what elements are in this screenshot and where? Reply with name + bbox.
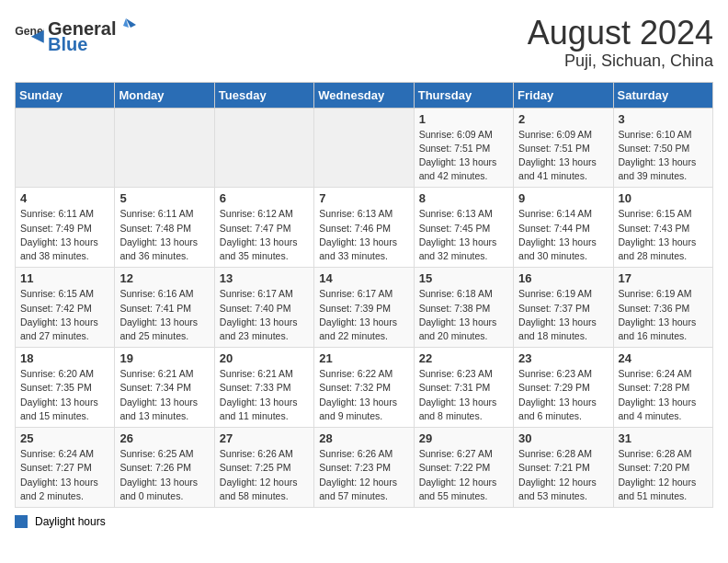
day-number: 7: [319, 191, 408, 205]
calendar-week-row: 11Sunrise: 6:15 AM Sunset: 7:42 PM Dayli…: [16, 268, 713, 348]
day-info: Sunrise: 6:19 AM Sunset: 7:37 PM Dayligh…: [518, 287, 608, 343]
day-info: Sunrise: 6:16 AM Sunset: 7:41 PM Dayligh…: [119, 287, 209, 343]
day-number: 14: [319, 271, 408, 285]
calendar-day-header: Tuesday: [214, 82, 313, 108]
calendar-day-header: Sunday: [16, 82, 115, 108]
day-number: 18: [20, 351, 109, 365]
calendar-day-header: Friday: [514, 82, 613, 108]
day-info: Sunrise: 6:26 AM Sunset: 7:25 PM Dayligh…: [220, 447, 309, 503]
calendar-day-header: Thursday: [414, 82, 513, 108]
day-number: 21: [319, 351, 408, 365]
day-number: 28: [319, 431, 408, 445]
day-info: Sunrise: 6:24 AM Sunset: 7:28 PM Dayligh…: [619, 367, 708, 423]
day-number: 31: [619, 431, 708, 445]
day-info: Sunrise: 6:27 AM Sunset: 7:22 PM Dayligh…: [419, 447, 508, 503]
day-number: 10: [619, 191, 708, 205]
calendar-cell: 25Sunrise: 6:24 AM Sunset: 7:27 PM Dayli…: [16, 428, 115, 508]
calendar-cell: 2Sunrise: 6:09 AM Sunset: 7:51 PM Daylig…: [514, 108, 613, 188]
calendar-cell: 13Sunrise: 6:17 AM Sunset: 7:40 PM Dayli…: [214, 268, 313, 348]
calendar-cell: [16, 108, 115, 188]
calendar-cell: 23Sunrise: 6:23 AM Sunset: 7:29 PM Dayli…: [514, 348, 613, 428]
day-number: 26: [119, 431, 209, 445]
day-number: 2: [518, 112, 608, 126]
calendar-cell: [214, 108, 313, 188]
calendar-cell: 4Sunrise: 6:11 AM Sunset: 7:49 PM Daylig…: [16, 188, 115, 268]
calendar-week-row: 1Sunrise: 6:09 AM Sunset: 7:51 PM Daylig…: [16, 108, 713, 188]
day-number: 12: [119, 271, 209, 285]
calendar-cell: 31Sunrise: 6:28 AM Sunset: 7:20 PM Dayli…: [613, 428, 712, 508]
calendar-cell: 29Sunrise: 6:27 AM Sunset: 7:22 PM Dayli…: [414, 428, 513, 508]
calendar-cell: 9Sunrise: 6:14 AM Sunset: 7:44 PM Daylig…: [514, 188, 613, 268]
day-number: 6: [220, 191, 309, 205]
calendar-header: SundayMondayTuesdayWednesdayThursdayFrid…: [16, 82, 713, 108]
day-info: Sunrise: 6:09 AM Sunset: 7:51 PM Dayligh…: [419, 128, 508, 184]
day-info: Sunrise: 6:11 AM Sunset: 7:49 PM Dayligh…: [20, 207, 109, 263]
page-header: General General Blue August 2024 Puji, S…: [15, 15, 713, 71]
day-info: Sunrise: 6:21 AM Sunset: 7:34 PM Dayligh…: [119, 367, 209, 423]
day-number: 27: [220, 431, 309, 445]
logo-text: General Blue: [48, 15, 136, 55]
day-number: 20: [220, 351, 309, 365]
calendar-cell: 16Sunrise: 6:19 AM Sunset: 7:37 PM Dayli…: [514, 268, 613, 348]
day-info: Sunrise: 6:26 AM Sunset: 7:23 PM Dayligh…: [319, 447, 408, 503]
calendar-week-row: 18Sunrise: 6:20 AM Sunset: 7:35 PM Dayli…: [16, 348, 713, 428]
calendar-body: 1Sunrise: 6:09 AM Sunset: 7:51 PM Daylig…: [16, 108, 713, 507]
legend: Daylight hours: [15, 515, 713, 528]
calendar-cell: 21Sunrise: 6:22 AM Sunset: 7:32 PM Dayli…: [314, 348, 414, 428]
calendar-cell: 6Sunrise: 6:12 AM Sunset: 7:47 PM Daylig…: [214, 188, 313, 268]
day-info: Sunrise: 6:14 AM Sunset: 7:44 PM Dayligh…: [518, 207, 608, 263]
calendar-cell: 15Sunrise: 6:18 AM Sunset: 7:38 PM Dayli…: [414, 268, 513, 348]
day-number: 4: [20, 191, 109, 205]
day-info: Sunrise: 6:17 AM Sunset: 7:40 PM Dayligh…: [220, 287, 309, 343]
day-info: Sunrise: 6:09 AM Sunset: 7:51 PM Dayligh…: [518, 128, 608, 184]
day-info: Sunrise: 6:15 AM Sunset: 7:43 PM Dayligh…: [619, 207, 708, 263]
day-number: 16: [518, 271, 608, 285]
day-info: Sunrise: 6:28 AM Sunset: 7:20 PM Dayligh…: [619, 447, 708, 503]
calendar-cell: 14Sunrise: 6:17 AM Sunset: 7:39 PM Dayli…: [314, 268, 414, 348]
day-number: 23: [518, 351, 608, 365]
logo: General General Blue: [15, 15, 136, 55]
day-number: 19: [119, 351, 209, 365]
calendar-day-header: Saturday: [613, 82, 712, 108]
day-info: Sunrise: 6:11 AM Sunset: 7:48 PM Dayligh…: [119, 207, 209, 263]
day-info: Sunrise: 6:23 AM Sunset: 7:29 PM Dayligh…: [518, 367, 608, 423]
calendar-cell: 22Sunrise: 6:23 AM Sunset: 7:31 PM Dayli…: [414, 348, 513, 428]
calendar-cell: 1Sunrise: 6:09 AM Sunset: 7:51 PM Daylig…: [414, 108, 513, 188]
legend-label: Daylight hours: [35, 515, 106, 528]
calendar-cell: 26Sunrise: 6:25 AM Sunset: 7:26 PM Dayli…: [115, 428, 214, 508]
calendar-cell: 18Sunrise: 6:20 AM Sunset: 7:35 PM Dayli…: [16, 348, 115, 428]
day-number: 13: [220, 271, 309, 285]
day-number: 22: [419, 351, 508, 365]
day-number: 5: [119, 191, 209, 205]
day-number: 24: [619, 351, 708, 365]
day-info: Sunrise: 6:23 AM Sunset: 7:31 PM Dayligh…: [419, 367, 508, 423]
calendar-cell: 20Sunrise: 6:21 AM Sunset: 7:33 PM Dayli…: [214, 348, 313, 428]
day-info: Sunrise: 6:19 AM Sunset: 7:36 PM Dayligh…: [619, 287, 708, 343]
day-info: Sunrise: 6:28 AM Sunset: 7:21 PM Dayligh…: [518, 447, 608, 503]
logo-icon: General: [15, 22, 44, 48]
calendar-cell: 10Sunrise: 6:15 AM Sunset: 7:43 PM Dayli…: [613, 188, 712, 268]
day-number: 30: [518, 431, 608, 445]
day-number: 11: [20, 271, 109, 285]
calendar-cell: 19Sunrise: 6:21 AM Sunset: 7:34 PM Dayli…: [115, 348, 214, 428]
calendar-cell: 27Sunrise: 6:26 AM Sunset: 7:25 PM Dayli…: [214, 428, 313, 508]
day-info: Sunrise: 6:22 AM Sunset: 7:32 PM Dayligh…: [319, 367, 408, 423]
day-number: 29: [419, 431, 508, 445]
legend-color-box: [15, 515, 28, 528]
calendar-cell: 3Sunrise: 6:10 AM Sunset: 7:50 PM Daylig…: [613, 108, 712, 188]
day-number: 17: [619, 271, 708, 285]
calendar-cell: [314, 108, 414, 188]
calendar-cell: 24Sunrise: 6:24 AM Sunset: 7:28 PM Dayli…: [613, 348, 712, 428]
calendar-cell: 5Sunrise: 6:11 AM Sunset: 7:48 PM Daylig…: [115, 188, 214, 268]
day-info: Sunrise: 6:25 AM Sunset: 7:26 PM Dayligh…: [119, 447, 209, 503]
calendar-cell: 11Sunrise: 6:15 AM Sunset: 7:42 PM Dayli…: [16, 268, 115, 348]
day-info: Sunrise: 6:10 AM Sunset: 7:50 PM Dayligh…: [619, 128, 708, 184]
day-number: 25: [20, 431, 109, 445]
day-info: Sunrise: 6:13 AM Sunset: 7:46 PM Dayligh…: [319, 207, 408, 263]
day-number: 3: [619, 112, 708, 126]
calendar-week-row: 25Sunrise: 6:24 AM Sunset: 7:27 PM Dayli…: [16, 428, 713, 508]
day-number: 1: [419, 112, 508, 126]
calendar-cell: 30Sunrise: 6:28 AM Sunset: 7:21 PM Dayli…: [514, 428, 613, 508]
logo-bird-icon: [116, 15, 136, 35]
title-block: August 2024 Puji, Sichuan, China: [528, 15, 713, 71]
